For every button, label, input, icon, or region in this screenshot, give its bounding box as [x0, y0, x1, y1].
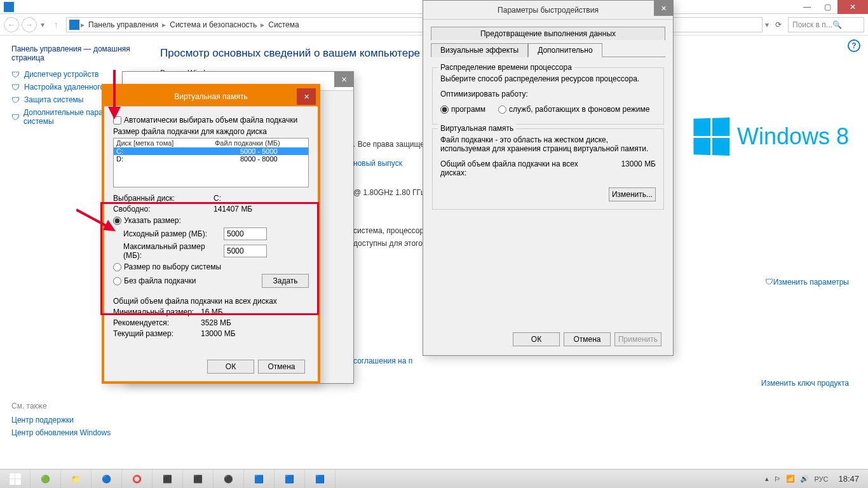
system-tray[interactable]: ▴ 🏳 📶 🔊 РУС 18:47 [765, 474, 868, 484]
tab-visual[interactable]: Визуальные эффекты [431, 43, 528, 57]
taskbar-steam[interactable]: ⚫ [214, 470, 244, 489]
minimize-button[interactable]: — [797, 0, 817, 14]
taskbar-app[interactable]: ⬛ [153, 470, 183, 489]
back-button[interactable]: ← [4, 17, 19, 32]
max-size-input[interactable] [224, 245, 267, 257]
cancel-button[interactable]: Отмена [258, 360, 305, 374]
breadcrumb-dropdown[interactable]: ▾ [765, 20, 769, 29]
tray-up-icon[interactable]: ▴ [765, 475, 769, 483]
up-button[interactable]: ↑ [48, 17, 64, 32]
chevron-right-icon: ▸ [261, 20, 264, 29]
change-key-link[interactable]: Изменить ключ продукта [761, 379, 849, 388]
rec-row: Рекомендуется:3528 МБ [113, 318, 309, 327]
radio-custom-size[interactable]: Указать размер: [113, 216, 309, 225]
clock[interactable]: 18:47 [833, 474, 864, 484]
history-dropdown[interactable]: ▾ [39, 20, 46, 29]
bc-item[interactable]: Система и безопасность [167, 20, 259, 29]
dialog-title: Параметры быстродействия ✕ [423, 1, 673, 20]
virtual-memory-dialog[interactable]: Виртуальная память ✕ Автоматически выбир… [102, 84, 320, 384]
tab-advanced[interactable]: Дополнительно [528, 43, 602, 57]
see-also-windows-update[interactable]: Центр обновления Windows [11, 428, 111, 437]
taskbar-app[interactable]: 📁 [61, 470, 92, 489]
forward-button[interactable]: → [22, 17, 37, 32]
cur-row: Текущий размер:13000 МБ [113, 329, 309, 338]
auto-checkbox[interactable]: Автоматически выбирать объем файла подка… [113, 116, 309, 125]
vm-total-value: 13000 МБ [599, 159, 656, 168]
license-link[interactable]: соглашения на п [353, 356, 412, 365]
cpu-text: @ 1.80GHz 1.80 ГГц [353, 188, 425, 197]
bc-item[interactable]: Панель управления [86, 20, 161, 29]
change-params-link[interactable]: Изменить параметры [764, 277, 849, 287]
lang-indicator[interactable]: РУС [814, 475, 828, 483]
total-heading: Общий объем файла подкачки на всех диска… [113, 297, 309, 306]
optimize-label: Оптимизировать работу: [440, 90, 656, 98]
close-button[interactable]: ✕ [334, 72, 353, 87]
vm-group: Виртуальная память Файл подкачки - это о… [432, 128, 664, 210]
taskbar-app[interactable]: 🟢 [31, 470, 61, 489]
shield-icon [11, 112, 20, 121]
close-button[interactable]: ✕ [654, 1, 673, 16]
tray-network-icon[interactable]: 📶 [786, 475, 795, 483]
group-title: Виртуальная память [438, 124, 516, 133]
taskbar-cpl[interactable]: 🟦 [305, 470, 336, 489]
tab-dep[interactable]: Предотвращение выполнения данных [431, 27, 665, 40]
shield-icon [11, 95, 20, 104]
max-label: Максимальный размер (МБ): [123, 242, 219, 260]
radio-system-managed[interactable]: Размер по выбору системы [113, 262, 309, 271]
free-row: Свободно:141407 МБ [113, 205, 309, 214]
chevron-right-icon: ▸ [81, 20, 85, 29]
performance-options-dialog[interactable]: Параметры быстродействия ✕ Предотвращени… [423, 0, 674, 356]
system-text: система, процессор [353, 226, 424, 235]
apply-button[interactable]: Применить [614, 332, 661, 346]
ok-button[interactable]: ОК [207, 360, 254, 374]
taskbar[interactable]: 🟢 📁 🔵 ⭕ ⬛ ⬛ ⚫ 🟦 🟦 🟦 ▴ 🏳 📶 🔊 РУС 18:47 [0, 469, 868, 488]
sidebar-home-link[interactable]: Панель управления — домашняя страница [11, 44, 135, 62]
shield-icon [764, 277, 773, 286]
radio-services[interactable]: служб, работающих в фоновом режиме [498, 105, 649, 114]
drive-row-c[interactable]: C:5000 - 5000 [114, 147, 308, 155]
cpl-icon [4, 2, 14, 12]
tray-volume-icon[interactable]: 🔊 [800, 475, 809, 483]
see-also-heading: См. также [11, 402, 111, 410]
taskbar-app[interactable]: ⬛ [183, 470, 214, 489]
refresh-button[interactable]: ⟳ [773, 20, 784, 29]
scheduling-group: Распределение времени процессора Выберит… [432, 67, 664, 125]
radio-programs[interactable]: программ [440, 105, 485, 114]
taskbar-app[interactable]: 🟦 [244, 470, 275, 489]
drive-row-d[interactable]: D:8000 - 8000 [114, 155, 308, 163]
taskbar-app[interactable]: ⭕ [122, 470, 153, 489]
get-new-edition-link[interactable]: новый выпуск [353, 159, 402, 168]
cpl-icon [69, 20, 79, 30]
sidebar-item-device-manager[interactable]: Диспетчер устройств [11, 70, 135, 79]
initial-size-input[interactable] [224, 227, 267, 240]
radio-no-paging[interactable]: Без файла подкачки [113, 276, 262, 285]
bc-item[interactable]: Система [266, 20, 301, 29]
min-row: Минимальный размер:16 МБ [113, 308, 309, 316]
dialog-title: Виртуальная память ✕ [104, 86, 318, 107]
close-button[interactable]: ✕ [297, 88, 316, 105]
windows-logo: Windows 8 [693, 118, 849, 155]
group-title: Распределение времени процессора [438, 63, 574, 72]
close-button[interactable]: ✕ [837, 0, 868, 14]
maximize-button[interactable]: ▢ [817, 0, 837, 14]
cancel-button[interactable]: Отмена [564, 332, 611, 346]
taskbar-skype[interactable]: 🔵 [92, 470, 122, 489]
shield-icon [11, 83, 20, 92]
start-button[interactable] [0, 470, 31, 489]
vm-desc: Файл подкачки - это область на жестком д… [440, 135, 656, 153]
search-input[interactable]: Поиск в п... 🔍 [788, 17, 864, 32]
perdisk-label: Размер файла подкачки для каждого диска [113, 127, 309, 136]
brand-text: Windows 8 [737, 123, 849, 150]
taskbar-app[interactable]: 🟦 [275, 470, 305, 489]
tray-icon[interactable]: 🏳 [774, 475, 781, 483]
shield-icon [11, 70, 20, 79]
selected-disk-row: Выбранный диск:C: [113, 194, 309, 203]
chevron-right-icon: ▸ [162, 20, 166, 29]
vm-total-label: Общий объем файла подкачки на всех диска… [440, 159, 599, 177]
ok-button[interactable]: ОК [513, 332, 560, 346]
set-button[interactable]: Задать [262, 274, 309, 288]
change-button[interactable]: Изменить... [609, 187, 656, 201]
see-also-action-center[interactable]: Центр поддержки [11, 416, 111, 424]
drive-list[interactable]: Диск [метка тома]Файл подкачки (МБ) C:50… [113, 138, 309, 187]
initial-label: Исходный размер (МБ): [123, 229, 219, 238]
